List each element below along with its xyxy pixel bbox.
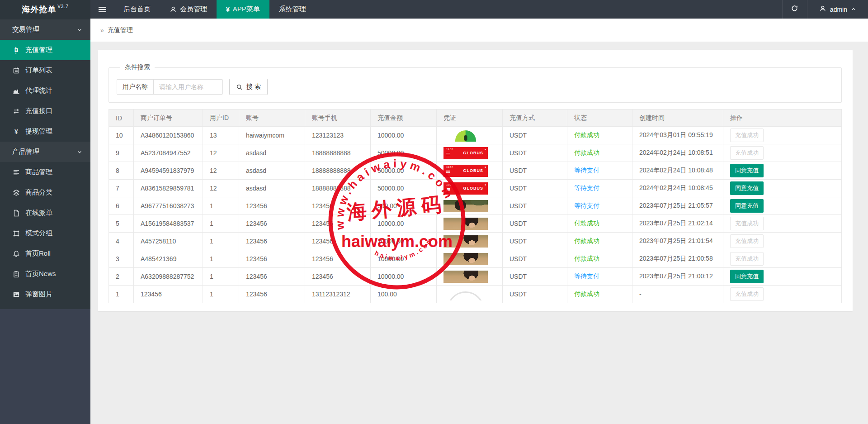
- cell-order_no: A15619584883537: [134, 215, 203, 233]
- nav-item-system[interactable]: 系统管理: [269, 0, 316, 19]
- voucher-menu-icon: [446, 188, 450, 189]
- search-button[interactable]: 搜 索: [229, 79, 268, 95]
- sidebar: 交易管理B充值管理订单列表代理统计充值接口¥提现管理产品管理商品管理商品分类在线…: [0, 19, 90, 424]
- voucher-image[interactable]: [443, 288, 488, 300]
- sidebar-item-home-roll[interactable]: 首页Roll: [0, 243, 90, 264]
- cell-user_id: 12: [203, 144, 239, 162]
- svg-text:B: B: [14, 47, 19, 53]
- voucher-image[interactable]: [443, 200, 488, 212]
- nav-item-home[interactable]: 后台首页: [114, 0, 160, 19]
- recharge-done-button: 充值成功: [730, 146, 764, 160]
- cell-phone: 123456: [305, 233, 371, 250]
- sidebar-item-goods-management[interactable]: 商品管理: [0, 162, 90, 182]
- voucher-image[interactable]: [443, 218, 488, 230]
- image-icon: [12, 291, 20, 298]
- sidebar-item-label: 交易管理: [12, 25, 39, 34]
- cell-voucher: [437, 250, 503, 268]
- table-row: 3A485421369112345612345610000.00USDT付款成功…: [109, 250, 842, 268]
- cell-status: 付款成功: [567, 215, 632, 233]
- breadcrumb-arrow-icon: »: [100, 27, 104, 34]
- sidebar-item-agent-stats[interactable]: 代理统计: [0, 81, 90, 101]
- cell-method: USDT: [503, 215, 567, 233]
- cell-phone: 13112312312: [305, 286, 371, 303]
- sidebar-item-mode-group[interactable]: 模式分组: [0, 223, 90, 243]
- approve-recharge-button[interactable]: 同意充值: [730, 164, 764, 177]
- status-badge: 等待支付: [574, 184, 599, 191]
- cell-status: 付款成功: [567, 286, 632, 303]
- column-header-8: 状态: [567, 110, 632, 127]
- cell-action: 充值成功: [723, 127, 842, 144]
- cell-id: 10: [109, 127, 134, 144]
- sidebar-item-recharge-api[interactable]: 充值接口: [0, 101, 90, 121]
- cell-method: USDT: [503, 127, 567, 144]
- voucher-image[interactable]: 19:57GLOBUS: [443, 147, 488, 159]
- breadcrumb-label: 充值管理: [108, 26, 133, 34]
- cell-method: USDT: [503, 180, 567, 197]
- cell-account: asdasd: [239, 144, 305, 162]
- voucher-image[interactable]: [443, 129, 488, 142]
- sidebar-toggle-button[interactable]: [90, 0, 114, 19]
- app-version: V3.7: [57, 4, 69, 9]
- cell-user_id: 1: [203, 268, 239, 286]
- cell-created-time: 2023年07月25日 21:02:14: [632, 215, 723, 233]
- sidebar-item-trade-management[interactable]: 交易管理: [0, 19, 90, 40]
- nav-item-label: APP菜单: [233, 5, 260, 14]
- cell-user_id: 1: [203, 233, 239, 250]
- sidebar-item-withdraw-management[interactable]: ¥提现管理: [0, 121, 90, 142]
- column-header-5: 充值金额: [371, 110, 437, 127]
- voucher-image[interactable]: [443, 253, 488, 265]
- voucher-image[interactable]: 19:57GLOBUS: [443, 182, 488, 195]
- cell-amount: 10000.00: [371, 268, 437, 286]
- nav-item-app-menu[interactable]: ¥APP菜单: [217, 0, 269, 19]
- recharge-done-button: 充值成功: [730, 252, 764, 266]
- sidebar-item-goods-category[interactable]: 商品分类: [0, 182, 90, 203]
- cell-action: 同意充值: [723, 197, 842, 215]
- approve-recharge-button[interactable]: 同意充值: [730, 181, 764, 195]
- cell-status: 等待支付: [567, 162, 632, 180]
- sidebar-item-product-management[interactable]: 产品管理: [0, 142, 90, 162]
- username-input[interactable]: [154, 80, 222, 94]
- yen-icon: ¥: [12, 128, 20, 135]
- approve-recharge-button[interactable]: 同意充值: [730, 270, 764, 283]
- cell-method: USDT: [503, 197, 567, 215]
- cell-voucher: [437, 286, 503, 303]
- sidebar-item-order-list[interactable]: 订单列表: [0, 60, 90, 81]
- cell-created-time: 2024年02月24日 10:08:45: [632, 180, 723, 197]
- column-header-3: 账号: [239, 110, 305, 127]
- content-card: 条件搜索 用户名称 搜 索 ID商户订单号用户ID账号账号手机充值金额凭证充值方…: [98, 50, 853, 311]
- cell-created-time: 2023年07月25日 21:05:57: [632, 197, 723, 215]
- nav-item-label: 会员管理: [180, 5, 207, 14]
- topnav-right: admin: [782, 0, 868, 19]
- nav-item-members[interactable]: 会员管理: [160, 0, 217, 19]
- top-navbar: 海外抢单 V3.7 后台首页会员管理¥APP菜单系统管理 admin: [0, 0, 868, 19]
- voucher-image[interactable]: 19:57GLOBUS: [443, 165, 488, 177]
- sidebar-item-popup-image[interactable]: 弹窗图片: [0, 284, 90, 305]
- search-button-label: 搜 索: [246, 83, 261, 91]
- admin-user-menu[interactable]: admin: [807, 0, 868, 19]
- table-wrap: ID商户订单号用户ID账号账号手机充值金额凭证充值方式状态创建时间操作 10A3…: [108, 109, 842, 303]
- cell-voucher: 19:57GLOBUS: [437, 162, 503, 180]
- voucher-brand-label: GLOBUS: [463, 168, 483, 173]
- sidebar-item-recharge-management[interactable]: B充值管理: [0, 40, 90, 60]
- cell-amount: 10000.00: [371, 127, 437, 144]
- cell-status: 付款成功: [567, 144, 632, 162]
- refresh-button[interactable]: [782, 0, 807, 19]
- cell-id: 7: [109, 180, 134, 197]
- voucher-image[interactable]: [443, 271, 488, 283]
- cell-order_no: A96777516038273: [134, 197, 203, 215]
- cell-action: 充值成功: [723, 215, 842, 233]
- cell-user_id: 1: [203, 215, 239, 233]
- breadcrumb: » 充值管理: [90, 19, 868, 42]
- approve-recharge-button[interactable]: 同意充值: [730, 199, 764, 213]
- topnav-menu: 后台首页会员管理¥APP菜单系统管理: [114, 0, 316, 19]
- table-row: 2A63209888287752112345612345610000.00USD…: [109, 268, 842, 286]
- sidebar-item-online-dispatch[interactable]: 在线派单: [0, 203, 90, 223]
- sidebar-item-home-news[interactable]: 首页News: [0, 264, 90, 284]
- status-badge: 付款成功: [574, 237, 599, 244]
- sidebar-item-label: 代理统计: [25, 86, 52, 95]
- cell-method: USDT: [503, 162, 567, 180]
- voucher-image[interactable]: [443, 235, 488, 248]
- voucher-time-label: 19:57: [446, 148, 453, 151]
- search-fieldset: 条件搜索 用户名称 搜 索: [108, 63, 842, 103]
- clipboard-icon: [12, 271, 20, 278]
